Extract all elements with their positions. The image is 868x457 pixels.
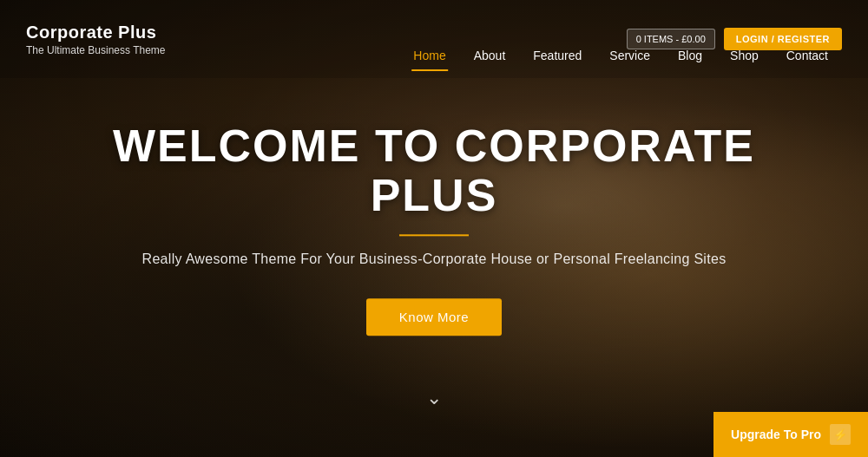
hero-subtitle: Really Awesome Theme For Your Business-C… <box>87 251 781 267</box>
know-more-button[interactable]: Know More <box>366 298 502 336</box>
scroll-indicator: ⌄ <box>426 387 442 409</box>
hero-title: WELCOME TO CORPORATE PLUS <box>87 121 781 220</box>
nav-item-about[interactable]: About <box>460 42 520 69</box>
hero-section: Corporate Plus The Ultimate Business The… <box>0 0 868 457</box>
upgrade-icon: ⚡ <box>830 424 851 445</box>
nav-item-home[interactable]: Home <box>399 42 459 69</box>
main-nav: Home About Featured Service Blog Shop Co… <box>399 42 842 69</box>
hero-divider <box>399 234 469 236</box>
nav-item-contact[interactable]: Contact <box>773 42 842 69</box>
nav-item-blog[interactable]: Blog <box>664 42 716 69</box>
brand-block: Corporate Plus The Ultimate Business The… <box>26 23 166 56</box>
nav-item-shop[interactable]: Shop <box>716 42 773 69</box>
brand-subtitle: The Ultimate Business Theme <box>26 44 166 56</box>
nav-item-service[interactable]: Service <box>595 42 664 69</box>
upgrade-button[interactable]: Upgrade To Pro ⚡ <box>713 412 868 457</box>
hero-content: WELCOME TO CORPORATE PLUS Really Awesome… <box>87 121 781 336</box>
site-header: Corporate Plus The Ultimate Business The… <box>0 0 868 78</box>
nav-item-featured[interactable]: Featured <box>519 42 595 69</box>
upgrade-label: Upgrade To Pro <box>731 428 821 441</box>
brand-title: Corporate Plus <box>26 23 166 42</box>
